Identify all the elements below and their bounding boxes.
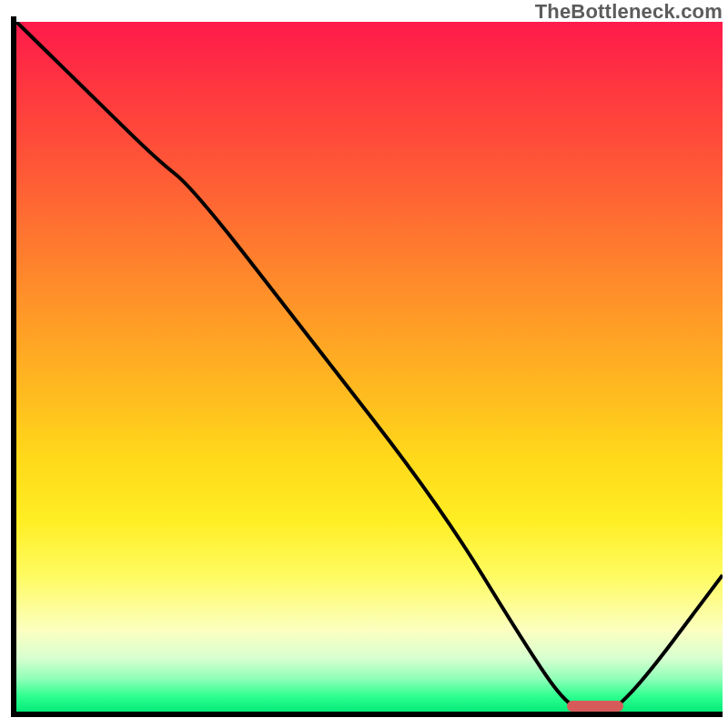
plot-gradient-background <box>16 22 723 713</box>
watermark-text: TheBottleneck.com <box>535 0 723 24</box>
bottleneck-curve <box>16 22 723 713</box>
y-axis <box>11 16 16 717</box>
optimal-zone-marker <box>567 701 623 712</box>
bottleneck-chart: TheBottleneck.com <box>0 0 728 728</box>
curve-path <box>16 22 723 712</box>
x-axis <box>11 712 723 717</box>
